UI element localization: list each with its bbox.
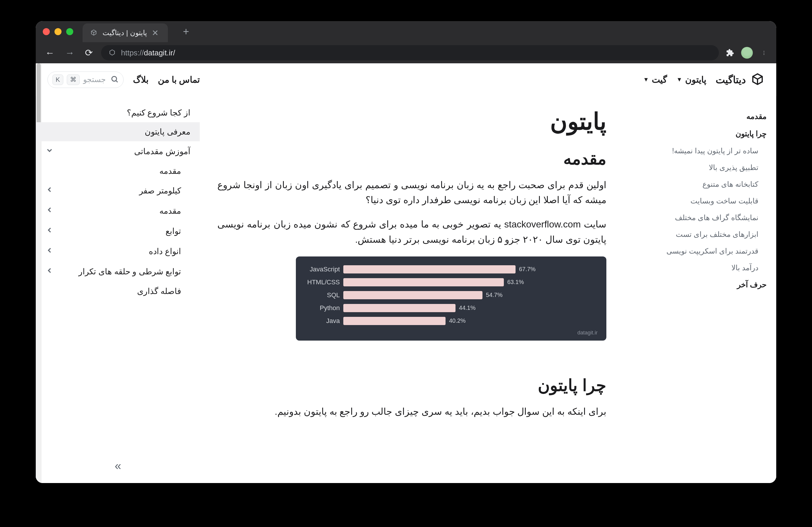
chart-value-label: 63.1%	[507, 279, 524, 285]
nav-contact[interactable]: تماس با من	[158, 74, 200, 85]
browser-window: پایتون | دیتاگیت ✕ + ← → ⟳ https://datag…	[36, 21, 776, 483]
sidebar-item[interactable]: معرفی پایتون	[36, 122, 200, 141]
sidebar-item-label: توابع	[165, 226, 181, 236]
site-header: دیتاگیت پایتون ▼ گیت ▼ تماس با من بلاگ ج…	[36, 63, 776, 96]
sidebar-item[interactable]: مقدمه	[36, 201, 200, 221]
toc-item[interactable]: تطبیق پذیری بالا	[651, 159, 767, 176]
tab-close-icon[interactable]: ✕	[152, 28, 158, 38]
nav-blog[interactable]: بلاگ	[133, 74, 148, 85]
chart-category-label: HTML/CSS	[305, 279, 340, 286]
chart-row: JavaScript67.7%	[305, 265, 598, 273]
sidebar-item[interactable]: توابع	[36, 221, 200, 241]
sidebar-item-label: کیلومتر صفر	[139, 186, 181, 196]
table-of-contents: مقدمهچرا پایتونساده تر از پایتون پیدا نم…	[641, 96, 776, 483]
chevron-left-icon	[45, 246, 54, 257]
sidebar-item[interactable]: انواع داده	[36, 241, 200, 261]
sidebar-item-label: انواع داده	[149, 246, 181, 256]
search-box[interactable]: جستجو ⌘ K	[47, 72, 124, 88]
paragraph: برای اینکه به این سوال جواب بدیم، باید ی…	[217, 404, 606, 419]
chevron-down-icon: ▼	[643, 76, 649, 83]
toc-item[interactable]: مقدمه	[651, 108, 767, 125]
chart-bar	[343, 304, 455, 312]
toc-item[interactable]: حرف آخر	[651, 276, 767, 294]
chevron-down-icon	[45, 146, 54, 157]
extensions-icon[interactable]	[725, 47, 735, 58]
sidebar-item[interactable]: توابع شرطی و حلقه های تکرار	[36, 261, 200, 282]
sidebar-item[interactable]: آموزش مقدماتی	[36, 141, 200, 161]
chart-bar	[343, 291, 482, 299]
toc-item[interactable]: نمایشگاه گراف های مختلف	[651, 209, 767, 226]
toc-item[interactable]: درآمد بالا	[651, 259, 767, 276]
chart-row: SQL54.7%	[305, 291, 598, 299]
chevron-left-icon	[45, 205, 54, 216]
search-icon	[109, 75, 119, 84]
chart-bar-wrap: 44.1%	[343, 304, 598, 312]
nav-git-label: گیت	[652, 74, 667, 85]
sidebar-collapse-button[interactable]: »	[36, 455, 200, 477]
toc-item[interactable]: قدرتمند برای اسکریپت نویسی	[651, 243, 767, 259]
browser-address-row: ← → ⟳ https://datagit.ir/ ⋮	[36, 42, 776, 63]
brand-logo-icon	[751, 73, 765, 87]
chart-category-label: SQL	[305, 291, 340, 299]
sidebar-item[interactable]: از کجا شروع کنیم؟	[36, 103, 200, 122]
url-text: https://datagit.ir/	[121, 48, 175, 57]
sidebar-item-label: فاصله گذاری	[137, 286, 181, 296]
chart-row: HTML/CSS63.1%	[305, 278, 598, 286]
tab-title: پایتون | دیتاگیت	[103, 29, 147, 37]
window-maximize[interactable]	[66, 28, 73, 35]
forward-button[interactable]: →	[63, 45, 77, 61]
toc-item[interactable]: چرا پایتون	[651, 125, 767, 142]
language-chart: JavaScript67.7%HTML/CSS63.1%SQL54.7%Pyth…	[296, 256, 606, 341]
article: پایتون مقدمه اولین قدم برای صحبت راجع به…	[200, 96, 641, 483]
tab-favicon-icon	[90, 29, 98, 37]
window-minimize[interactable]	[55, 28, 61, 35]
toc-item[interactable]: قابلیت ساخت وبسایت	[651, 193, 767, 209]
page-title: پایتون	[217, 108, 606, 135]
sidebar-item-label: معرفی پایتون	[145, 127, 190, 137]
toc-item[interactable]: کتابخانه های متنوع	[651, 176, 767, 193]
new-tab-button[interactable]: +	[183, 26, 189, 38]
profile-avatar[interactable]	[741, 47, 753, 59]
brand-name: دیتاگیت	[716, 74, 746, 86]
page-content: دیتاگیت پایتون ▼ گیت ▼ تماس با من بلاگ ج…	[36, 63, 776, 483]
reload-button[interactable]: ⟳	[83, 45, 95, 61]
chart-row: Java40.2%	[305, 317, 598, 325]
toc-item[interactable]: ابزارهای مختلف برای تست	[651, 226, 767, 243]
nav-python-label: پایتون	[685, 74, 706, 85]
traffic-lights	[43, 28, 73, 35]
chart-category-label: JavaScript	[305, 266, 340, 273]
chart-bar	[343, 278, 504, 286]
heading-intro: مقدمه	[217, 149, 606, 168]
chart-bar-wrap: 63.1%	[343, 278, 598, 286]
search-placeholder: جستجو	[83, 75, 106, 84]
sidebar-item[interactable]: کیلومتر صفر	[36, 181, 200, 201]
svg-point-0	[112, 76, 116, 81]
chart-category-label: Java	[305, 317, 340, 325]
chart-value-label: 40.2%	[449, 317, 466, 324]
site-info-icon[interactable]	[108, 49, 116, 57]
browser-tab[interactable]: پایتون | دیتاگیت ✕	[83, 24, 168, 42]
chart-bar-wrap: 54.7%	[343, 291, 598, 299]
chart-value-label: 67.7%	[519, 266, 536, 273]
paragraph: اولین قدم برای صحبت راجع به یه زبان برنا…	[217, 177, 606, 208]
back-button[interactable]: ←	[43, 45, 57, 61]
toc-item[interactable]: ساده تر از پایتون پیدا نمیشه!	[651, 142, 767, 159]
sidebar-item-label: از کجا شروع کنیم؟	[127, 108, 190, 117]
paragraph: سایت stackoverflow.com یه تصویر خوبی به …	[217, 217, 606, 247]
window-close[interactable]	[43, 28, 50, 35]
nav-git[interactable]: گیت ▼	[643, 74, 667, 85]
sidebar-item[interactable]: مقدمه	[36, 161, 200, 181]
sidebar-item-label: مقدمه	[159, 206, 181, 216]
sidebar-item[interactable]: فاصله گذاری	[36, 282, 200, 301]
nav-python[interactable]: پایتون ▼	[676, 74, 706, 85]
kbd-k: K	[53, 74, 63, 85]
chart-bar	[343, 317, 446, 325]
chart-category-label: Python	[305, 304, 340, 312]
brand[interactable]: دیتاگیت	[716, 73, 765, 87]
chevron-left-icon	[45, 266, 54, 277]
browser-menu-icon[interactable]: ⋮	[759, 47, 769, 58]
heading-why: چرا پایتون	[217, 376, 606, 395]
kbd-cmd: ⌘	[67, 74, 80, 85]
address-bar[interactable]: https://datagit.ir/	[101, 45, 719, 60]
chart-value-label: 44.1%	[459, 304, 476, 311]
